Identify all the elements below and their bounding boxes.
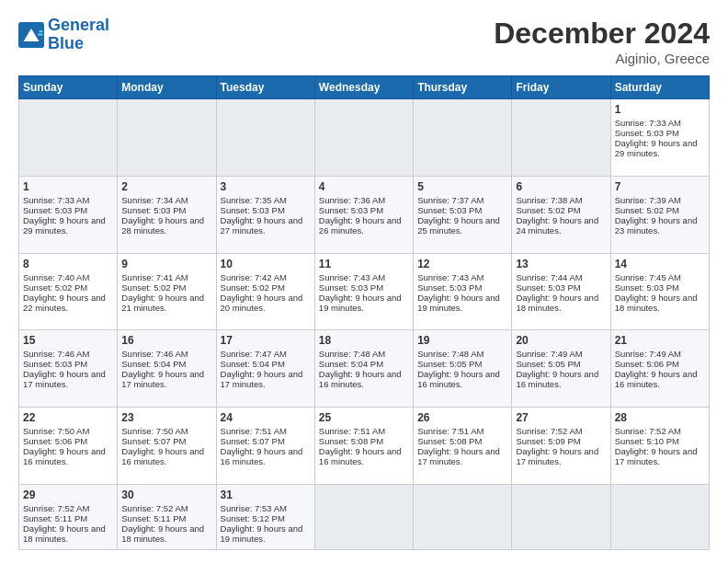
calendar-cell: 1Sunrise: 7:33 AMSunset: 5:03 PMDaylight… <box>610 99 709 177</box>
sunrise-text: Sunrise: 7:42 AM <box>221 272 311 282</box>
day-number: 19 <box>417 334 507 347</box>
calendar-cell: 28Sunrise: 7:52 AMSunset: 5:10 PMDayligh… <box>610 408 709 485</box>
calendar-cell: 9Sunrise: 7:41 AMSunset: 5:02 PMDaylight… <box>118 253 216 330</box>
calendar-week-row: 29Sunrise: 7:52 AMSunset: 5:11 PMDayligh… <box>19 484 710 549</box>
sunset-text: Sunset: 5:03 PM <box>221 205 311 215</box>
sunset-text: Sunset: 5:02 PM <box>23 282 113 293</box>
calendar-header-friday: Friday <box>512 76 610 99</box>
calendar-cell <box>314 99 413 177</box>
sunset-text: Sunset: 5:03 PM <box>23 359 113 369</box>
calendar-cell <box>512 484 610 549</box>
sunset-text: Sunset: 5:11 PM <box>121 513 211 523</box>
title-block: December 2024 Aiginio, Greece <box>494 17 710 66</box>
sunset-text: Sunset: 5:08 PM <box>319 436 409 446</box>
daylight-text: Daylight: 9 hours and 20 minutes. <box>221 293 311 313</box>
sunset-text: Sunset: 5:02 PM <box>121 282 211 293</box>
day-number: 1 <box>615 103 705 116</box>
calendar-cell: 12Sunrise: 7:43 AMSunset: 5:03 PMDayligh… <box>414 253 512 330</box>
calendar-week-row: 15Sunrise: 7:46 AMSunset: 5:03 PMDayligh… <box>19 330 710 408</box>
sunset-text: Sunset: 5:07 PM <box>221 436 311 446</box>
day-number: 13 <box>516 258 606 270</box>
day-number: 7 <box>615 180 705 193</box>
sunrise-text: Sunrise: 7:50 AM <box>121 426 211 436</box>
day-number: 8 <box>23 258 113 270</box>
daylight-text: Daylight: 9 hours and 16 minutes. <box>23 446 113 466</box>
day-number: 11 <box>319 258 409 270</box>
sunrise-text: Sunrise: 7:43 AM <box>319 272 409 282</box>
daylight-text: Daylight: 9 hours and 17 minutes. <box>221 369 311 389</box>
daylight-text: Daylight: 9 hours and 16 minutes. <box>417 369 507 389</box>
logo-general: General <box>48 16 109 34</box>
daylight-text: Daylight: 9 hours and 27 minutes. <box>221 215 311 236</box>
day-number: 10 <box>221 258 311 270</box>
sunset-text: Sunset: 5:04 PM <box>121 359 211 369</box>
calendar-week-row: 8Sunrise: 7:40 AMSunset: 5:02 PMDaylight… <box>19 253 710 330</box>
sunset-text: Sunset: 5:09 PM <box>516 436 606 446</box>
sunset-text: Sunset: 5:03 PM <box>23 205 113 215</box>
calendar-header-sunday: Sunday <box>19 76 118 99</box>
day-number: 2 <box>121 180 211 193</box>
day-number: 12 <box>417 258 507 270</box>
sunset-text: Sunset: 5:03 PM <box>417 205 507 215</box>
day-number: 14 <box>615 258 705 270</box>
day-number: 16 <box>121 334 211 347</box>
sunset-text: Sunset: 5:02 PM <box>221 282 311 293</box>
calendar-cell: 19Sunrise: 7:48 AMSunset: 5:05 PMDayligh… <box>414 330 512 408</box>
calendar-cell: 15Sunrise: 7:46 AMSunset: 5:03 PMDayligh… <box>19 330 118 408</box>
calendar-cell: 27Sunrise: 7:52 AMSunset: 5:09 PMDayligh… <box>512 408 610 485</box>
sunrise-text: Sunrise: 7:52 AM <box>615 426 705 436</box>
subtitle: Aiginio, Greece <box>494 51 710 66</box>
sunrise-text: Sunrise: 7:46 AM <box>121 349 211 359</box>
calendar-cell <box>512 99 610 177</box>
day-number: 30 <box>121 488 211 501</box>
calendar-cell <box>118 99 216 177</box>
daylight-text: Daylight: 9 hours and 16 minutes. <box>319 446 409 466</box>
day-number: 18 <box>319 334 409 347</box>
day-number: 17 <box>221 334 311 347</box>
sunset-text: Sunset: 5:06 PM <box>615 359 705 369</box>
calendar-cell <box>610 484 709 549</box>
sunrise-text: Sunrise: 7:35 AM <box>221 195 311 205</box>
sunrise-text: Sunrise: 7:37 AM <box>417 195 507 205</box>
sunset-text: Sunset: 5:12 PM <box>221 513 311 523</box>
day-number: 29 <box>23 488 113 501</box>
day-number: 6 <box>516 180 606 193</box>
daylight-text: Daylight: 9 hours and 19 minutes. <box>221 523 311 544</box>
calendar-cell: 29Sunrise: 7:52 AMSunset: 5:11 PMDayligh… <box>19 484 118 549</box>
daylight-text: Daylight: 9 hours and 29 minutes. <box>615 138 705 158</box>
sunrise-text: Sunrise: 7:43 AM <box>417 272 507 282</box>
daylight-text: Daylight: 9 hours and 18 minutes. <box>23 523 113 544</box>
calendar-header-saturday: Saturday <box>610 76 709 99</box>
calendar-table: SundayMondayTuesdayWednesdayThursdayFrid… <box>18 75 710 550</box>
sunset-text: Sunset: 5:05 PM <box>417 359 507 369</box>
daylight-text: Daylight: 9 hours and 28 minutes. <box>121 215 211 236</box>
sunrise-text: Sunrise: 7:52 AM <box>23 503 113 513</box>
calendar-cell: 14Sunrise: 7:45 AMSunset: 5:03 PMDayligh… <box>610 253 709 330</box>
logo-icon <box>18 22 44 48</box>
day-number: 3 <box>221 180 311 193</box>
calendar-cell: 6Sunrise: 7:38 AMSunset: 5:02 PMDaylight… <box>512 176 610 253</box>
sunset-text: Sunset: 5:03 PM <box>516 282 606 293</box>
calendar-cell: 24Sunrise: 7:51 AMSunset: 5:07 PMDayligh… <box>216 408 314 485</box>
sunrise-text: Sunrise: 7:41 AM <box>121 272 211 282</box>
calendar-cell <box>414 99 512 177</box>
sunset-text: Sunset: 5:03 PM <box>615 128 705 138</box>
logo: General Blue <box>18 17 109 53</box>
calendar-cell: 1Sunrise: 7:33 AMSunset: 5:03 PMDaylight… <box>19 176 118 253</box>
day-number: 22 <box>23 411 113 424</box>
calendar-cell <box>314 484 413 549</box>
calendar-cell: 17Sunrise: 7:47 AMSunset: 5:04 PMDayligh… <box>216 330 314 408</box>
calendar-cell: 31Sunrise: 7:53 AMSunset: 5:12 PMDayligh… <box>216 484 314 549</box>
daylight-text: Daylight: 9 hours and 16 minutes. <box>319 369 409 389</box>
sunrise-text: Sunrise: 7:39 AM <box>615 195 705 205</box>
daylight-text: Daylight: 9 hours and 22 minutes. <box>23 293 113 313</box>
sunrise-text: Sunrise: 7:45 AM <box>615 272 705 282</box>
daylight-text: Daylight: 9 hours and 17 minutes. <box>23 369 113 389</box>
calendar-cell: 13Sunrise: 7:44 AMSunset: 5:03 PMDayligh… <box>512 253 610 330</box>
daylight-text: Daylight: 9 hours and 25 minutes. <box>417 215 507 236</box>
day-number: 15 <box>23 334 113 347</box>
day-number: 23 <box>121 411 211 424</box>
daylight-text: Daylight: 9 hours and 17 minutes. <box>615 446 705 466</box>
calendar-cell: 30Sunrise: 7:52 AMSunset: 5:11 PMDayligh… <box>118 484 216 549</box>
daylight-text: Daylight: 9 hours and 16 minutes. <box>121 446 211 466</box>
